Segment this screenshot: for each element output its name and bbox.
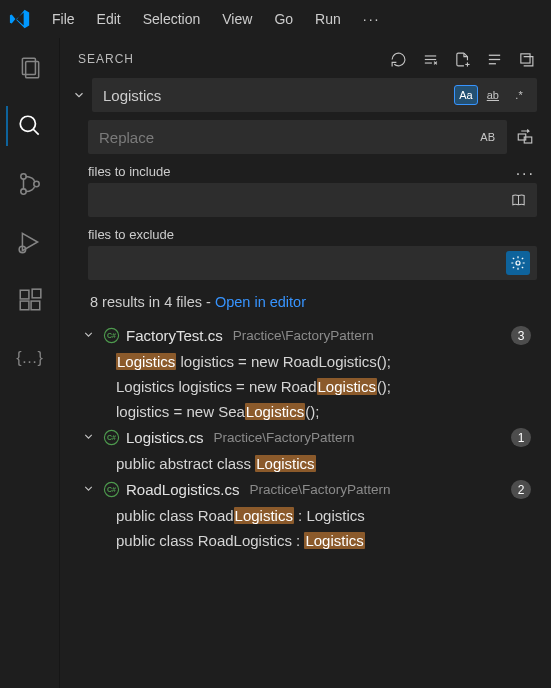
source-control-icon[interactable] [6,164,54,204]
svg-rect-1 [25,62,38,78]
collapse-all-icon[interactable] [517,50,535,68]
search-sidebar: SEARCH Aa ab .* [60,38,551,688]
explorer-icon[interactable] [6,48,54,88]
files-exclude-box [88,246,537,280]
files-include-input[interactable] [99,192,506,209]
whole-word-toggle[interactable]: ab [482,85,504,105]
files-include-box [88,183,537,217]
match-count-badge: 3 [511,326,531,345]
file-name: RoadLogistics.cs [126,481,239,498]
open-in-editor-link[interactable]: Open in editor [215,294,306,310]
menu-edit[interactable]: Edit [87,7,131,31]
use-exclude-settings-icon[interactable] [506,251,530,275]
match-line[interactable]: public class RoadLogistics : Logistics [72,528,535,553]
chevron-down-icon [82,429,96,446]
replace-all-icon[interactable] [513,125,537,149]
file-name: FactoryTest.cs [126,327,223,344]
sidebar-title: SEARCH [78,52,134,66]
csharp-file-icon: C# [102,481,120,499]
json-outline-icon[interactable]: {…} [6,338,54,378]
search-input[interactable] [103,87,454,104]
extensions-icon[interactable] [6,280,54,320]
menu-run[interactable]: Run [305,7,351,31]
svg-rect-22 [520,53,529,62]
svg-rect-11 [32,289,41,298]
search-input-box: Aa ab .* [92,78,537,112]
match-count-badge: 1 [511,428,531,447]
search-only-open-editors-icon[interactable] [506,188,530,212]
match-count-badge: 2 [511,480,531,499]
menu-overflow[interactable]: ··· [353,7,391,31]
menu-file[interactable]: File [42,7,85,31]
svg-rect-10 [31,301,40,310]
svg-line-3 [33,129,38,134]
menu-view[interactable]: View [212,7,262,31]
preserve-case-toggle[interactable]: AB [475,127,500,147]
match-line[interactable]: logistics = new SeaLogistics(); [72,399,535,424]
svg-point-4 [20,174,25,179]
svg-point-5 [20,189,25,194]
svg-point-26 [516,261,520,265]
activity-bar: {…} [0,38,60,688]
file-result-row[interactable]: C#RoadLogistics.csPractice\FactoryPatter… [72,476,535,503]
vscode-logo-icon [6,5,34,33]
match-line[interactable]: Logistics logistics = new RoadLogistics(… [72,349,535,374]
svg-rect-0 [22,58,35,74]
results-summary: 8 results in 4 files - Open in editor [66,280,541,318]
clear-icon[interactable] [421,50,439,68]
file-path: Practice\FactoryPattern [249,482,390,497]
svg-rect-8 [20,290,29,299]
svg-point-6 [33,181,38,186]
run-debug-icon[interactable] [6,222,54,262]
match-case-toggle[interactable]: Aa [454,85,477,105]
file-name: Logistics.cs [126,429,204,446]
svg-rect-9 [20,301,29,310]
menubar: File Edit Selection View Go Run ··· [0,0,551,38]
toggle-replace-chevron-icon[interactable] [70,86,88,104]
csharp-file-icon: C# [102,327,120,345]
chevron-down-icon [82,481,96,498]
view-as-tree-icon[interactable] [485,50,503,68]
file-result-row[interactable]: C#Logistics.csPractice\FactoryPattern1 [72,424,535,451]
replace-input-box: AB [88,120,507,154]
svg-text:C#: C# [106,486,115,494]
file-result-row[interactable]: C#FactoryTest.csPractice\FactoryPattern3 [72,322,535,349]
svg-text:C#: C# [106,434,115,442]
search-icon[interactable] [6,106,54,146]
file-path: Practice\FactoryPattern [214,430,355,445]
menu-go[interactable]: Go [264,7,303,31]
replace-input[interactable] [99,129,475,146]
file-path: Practice\FactoryPattern [233,328,374,343]
match-line[interactable]: public abstract class Logistics [72,451,535,476]
regex-toggle[interactable]: .* [508,85,530,105]
results-tree: C#FactoryTest.csPractice\FactoryPattern3… [66,318,541,553]
svg-point-2 [20,116,35,131]
new-search-editor-icon[interactable] [453,50,471,68]
files-exclude-input[interactable] [99,255,506,272]
match-line[interactable]: Logistics logistics = new RoadLogistics(… [72,374,535,399]
refresh-icon[interactable] [389,50,407,68]
menu-selection[interactable]: Selection [133,7,211,31]
csharp-file-icon: C# [102,429,120,447]
files-exclude-label: files to exclude [66,217,541,246]
match-line[interactable]: public class RoadLogistics : Logistics [72,503,535,528]
svg-text:C#: C# [106,332,115,340]
chevron-down-icon [82,327,96,344]
files-include-label: files to include [66,154,516,183]
toggle-search-details-icon[interactable]: ··· [516,165,541,183]
